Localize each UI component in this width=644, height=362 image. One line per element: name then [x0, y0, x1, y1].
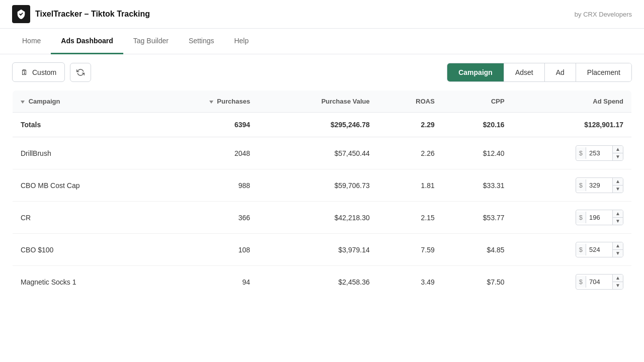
spend-arrows: ▲ ▼ [612, 146, 623, 160]
tab-placement[interactable]: Placement [576, 63, 631, 81]
col-purchases[interactable]: Purchases [152, 90, 258, 113]
spend-arrows: ▲ ▼ [612, 275, 623, 289]
nav-item-ads-dashboard[interactable]: Ads Dashboard [51, 29, 123, 54]
table-row: CR 366 $42,218.30 2.15 $53.77 $ ▲ ▼ [13, 202, 632, 234]
app-byline: by CRX Developers [575, 11, 632, 18]
spend-prefix: $ [576, 179, 586, 191]
row-ad-spend: $ ▲ ▼ [513, 137, 632, 169]
row-roas: 2.15 [378, 202, 443, 234]
table-row: CBO $100 108 $3,979.14 7.59 $4.85 $ ▲ ▼ [13, 234, 632, 266]
col-campaign[interactable]: Campaign [13, 90, 152, 113]
row-roas: 3.49 [378, 266, 443, 298]
row-purchases: 108 [152, 234, 258, 266]
ad-spend-cell: $ ▲ ▼ [521, 274, 623, 290]
row-purchase-value: $57,450.44 [258, 137, 378, 169]
table-header-row: Campaign Purchases Purchase Value ROAS C… [13, 90, 632, 113]
spend-down[interactable]: ▼ [613, 218, 623, 225]
spend-down[interactable]: ▼ [613, 186, 623, 193]
spend-input-wrap: $ ▲ ▼ [576, 274, 623, 290]
spend-prefix: $ [576, 244, 586, 255]
campaigns-table: Campaign Purchases Purchase Value ROAS C… [12, 90, 632, 298]
totals-purchases: 6394 [152, 113, 258, 137]
spend-up[interactable]: ▲ [613, 242, 623, 250]
ad-spend-cell: $ ▲ ▼ [521, 145, 623, 161]
row-ad-spend: $ ▲ ▼ [513, 234, 632, 266]
spend-up[interactable]: ▲ [613, 146, 623, 153]
spend-input[interactable] [586, 179, 612, 191]
spend-arrows: ▲ ▼ [612, 178, 623, 193]
nav-bar: Home Ads Dashboard Tag Builder Settings … [0, 29, 644, 54]
toolbar: 🗓 Custom Campaign Adset Ad Placement [0, 54, 644, 90]
spend-down[interactable]: ▼ [613, 282, 623, 289]
spend-up[interactable]: ▲ [613, 275, 623, 282]
row-purchase-value: $3,979.14 [258, 234, 378, 266]
row-campaign: CBO MB Cost Cap [13, 169, 152, 202]
row-roas: 7.59 [378, 234, 443, 266]
nav-item-help[interactable]: Help [224, 29, 259, 54]
row-cpp: $33.31 [443, 169, 513, 202]
col-roas: ROAS [378, 90, 443, 113]
app-logo: TixelTracker – Tiktok Tracking [12, 5, 150, 23]
refresh-icon [76, 68, 85, 76]
spend-up[interactable]: ▲ [613, 210, 623, 218]
row-ad-spend: $ ▲ ▼ [513, 202, 632, 234]
spend-input[interactable] [586, 212, 612, 223]
table-row: Magnetic Socks 1 94 $2,458.36 3.49 $7.50… [13, 266, 632, 298]
ad-spend-cell: $ ▲ ▼ [521, 177, 623, 193]
spend-input-wrap: $ ▲ ▼ [576, 242, 623, 257]
totals-row: Totals 6394 $295,246.78 2.29 $20.16 $128… [13, 113, 632, 137]
sort-icon-campaign [21, 101, 25, 104]
nav-item-settings[interactable]: Settings [179, 29, 224, 54]
table-row: DrillBrush 2048 $57,450.44 2.26 $12.40 $… [13, 137, 632, 169]
spend-prefix: $ [576, 212, 586, 223]
totals-campaign: Totals [13, 113, 152, 137]
spend-input-wrap: $ ▲ ▼ [576, 210, 623, 225]
table-row: CBO MB Cost Cap 988 $59,706.73 1.81 $33.… [13, 169, 632, 202]
nav-item-tag-builder[interactable]: Tag Builder [123, 29, 179, 54]
row-purchases: 988 [152, 169, 258, 202]
ad-spend-cell: $ ▲ ▼ [521, 210, 623, 225]
row-purchase-value: $59,706.73 [258, 169, 378, 202]
col-cpp: CPP [443, 90, 513, 113]
app-title: TixelTracker – Tiktok Tracking [35, 10, 150, 19]
row-roas: 2.26 [378, 137, 443, 169]
totals-roas: 2.29 [378, 113, 443, 137]
spend-down[interactable]: ▼ [613, 153, 623, 160]
row-cpp: $12.40 [443, 137, 513, 169]
toolbar-left: 🗓 Custom [12, 62, 91, 82]
ad-spend-cell: $ ▲ ▼ [521, 242, 623, 257]
view-tabs: Campaign Adset Ad Placement [447, 63, 632, 82]
row-cpp: $4.85 [443, 234, 513, 266]
row-purchase-value: $42,218.30 [258, 202, 378, 234]
row-cpp: $53.77 [443, 202, 513, 234]
col-ad-spend: Ad Spend [513, 90, 632, 113]
spend-input[interactable] [586, 244, 612, 255]
app-header: TixelTracker – Tiktok Tracking by CRX De… [0, 0, 644, 29]
row-cpp: $7.50 [443, 266, 513, 298]
spend-arrows: ▲ ▼ [612, 210, 623, 225]
spend-down[interactable]: ▼ [613, 250, 623, 257]
row-campaign: Magnetic Socks 1 [13, 266, 152, 298]
spend-input[interactable] [586, 147, 612, 159]
table-container: Campaign Purchases Purchase Value ROAS C… [0, 90, 644, 310]
spend-prefix: $ [576, 276, 586, 288]
refresh-button[interactable] [70, 63, 91, 82]
tab-ad[interactable]: Ad [545, 63, 576, 81]
tab-campaign[interactable]: Campaign [447, 63, 504, 81]
row-campaign: CBO $100 [13, 234, 152, 266]
custom-date-button[interactable]: 🗓 Custom [12, 62, 65, 82]
spend-input[interactable] [586, 276, 612, 288]
spend-up[interactable]: ▲ [613, 178, 623, 186]
nav-item-home[interactable]: Home [12, 29, 51, 54]
row-ad-spend: $ ▲ ▼ [513, 169, 632, 202]
totals-purchase-value: $295,246.78 [258, 113, 378, 137]
row-purchase-value: $2,458.36 [258, 266, 378, 298]
spend-input-wrap: $ ▲ ▼ [576, 145, 623, 161]
row-campaign: CR [13, 202, 152, 234]
row-purchases: 94 [152, 266, 258, 298]
row-campaign: DrillBrush [13, 137, 152, 169]
tab-adset[interactable]: Adset [504, 63, 545, 81]
col-purchase-value: Purchase Value [258, 90, 378, 113]
calendar-icon: 🗓 [21, 68, 28, 76]
spend-input-wrap: $ ▲ ▼ [576, 177, 623, 193]
